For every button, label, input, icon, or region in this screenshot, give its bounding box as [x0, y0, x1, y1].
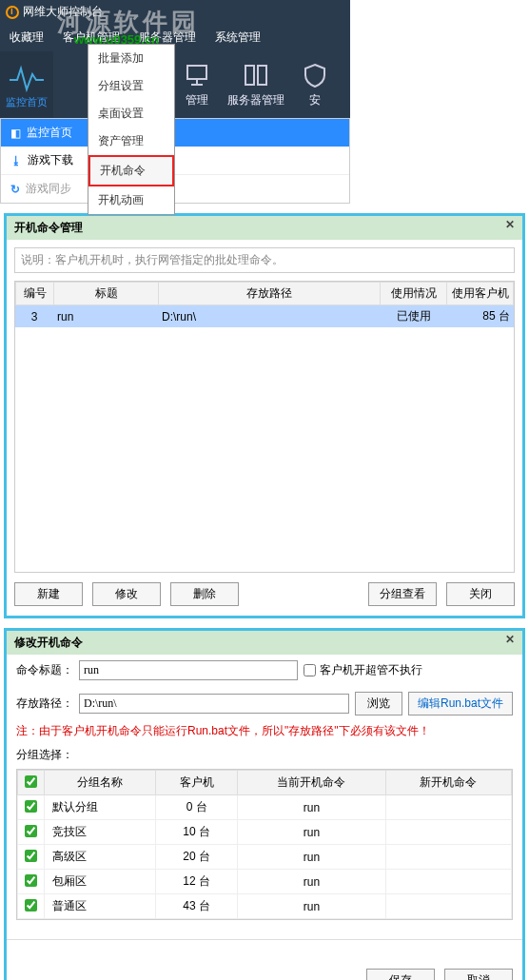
cell-new-cmd — [385, 845, 511, 870]
table-row[interactable]: 普通区43 台run — [18, 894, 512, 919]
table-row[interactable]: 默认分组0 台run — [18, 795, 512, 820]
main-menu: 收藏理 客户机管理 服务器管理 系统管理 — [0, 24, 350, 51]
table-row[interactable]: 3 run D:\run\ 已使用 85 台 — [15, 305, 514, 327]
shield-icon — [302, 62, 328, 88]
dropdown-group-settings[interactable]: 分组设置 — [88, 72, 174, 100]
delete-button[interactable]: 删除 — [170, 582, 239, 606]
title-label: 命令标题： — [16, 662, 73, 678]
download-icon: ⭳ — [10, 154, 22, 167]
app-window: 网维大师控制台 河源软件园 www.u0359.cn 收藏理 客户机管理 服务器… — [0, 0, 350, 118]
col-current-cmd: 当前开机命令 — [238, 771, 385, 795]
table-row[interactable]: 竞技区10 台run — [18, 820, 512, 845]
save-button[interactable]: 保存 — [366, 969, 435, 980]
dialog-footer: 保存 取消 — [7, 939, 522, 980]
warning-note: 注：由于客户机开机命令只能运行Run.bat文件，所以"存放路径"下必须有该文件… — [7, 721, 522, 741]
row-checkbox[interactable] — [25, 874, 37, 887]
cell-title: run — [53, 305, 158, 327]
edit-bat-button[interactable]: 编辑Run.bat文件 — [408, 692, 513, 715]
dropdown-asset-mgmt[interactable]: 资产管理 — [88, 127, 174, 155]
path-label: 存放路径： — [16, 696, 73, 712]
col-path: 存放路径 — [159, 283, 381, 305]
dropdown-boot-animation[interactable]: 开机动画 — [88, 186, 174, 214]
cell-new-cmd — [385, 870, 511, 894]
sidebar-item-label: 游戏下载 — [28, 152, 73, 168]
title-row: 命令标题： 客户机开超管不执行 — [7, 655, 522, 686]
svg-rect-3 — [245, 66, 254, 85]
close-icon[interactable]: ✕ — [501, 218, 519, 235]
menu-system-mgmt[interactable]: 系统管理 — [206, 26, 270, 49]
side-tabs: ◧ 监控首页 ⭳ 游戏下载 ↻ 游戏同步 — [0, 118, 350, 204]
cell-clients: 43 台 — [155, 894, 237, 919]
monitor-home-button[interactable]: 监控首页 — [0, 51, 53, 118]
command-table: 编号 标题 存放路径 使用情况 使用客户机 3 run D:\run\ 已使用 … — [14, 281, 515, 573]
toolbar-security-label: 安 — [309, 92, 321, 108]
sidebar-item-label: 游戏同步 — [26, 181, 71, 197]
row-checkbox[interactable] — [25, 825, 37, 837]
cancel-button[interactable]: 取消 — [444, 969, 513, 980]
edit-button[interactable]: 修改 — [92, 582, 161, 606]
col-usage: 使用情况 — [381, 283, 447, 305]
boot-command-mgmt-dialog: 开机命令管理 ✕ 说明：客户机开机时，执行网管指定的批处理命令。 编号 标题 存… — [4, 213, 525, 618]
title-bar: 网维大师控制台 — [0, 0, 350, 24]
cell-usage: 已使用 — [381, 305, 447, 327]
col-title: 标题 — [54, 283, 159, 305]
col-group-name: 分组名称 — [45, 771, 156, 795]
toolbar-security-button[interactable]: 安 — [285, 51, 344, 118]
cell-current-cmd: run — [238, 894, 385, 919]
dialog-title: 修改开机命令 — [14, 635, 83, 651]
monitor-home-label: 监控首页 — [6, 95, 48, 109]
cell-new-cmd — [385, 894, 511, 919]
path-input[interactable] — [79, 694, 349, 714]
row-checkbox[interactable] — [25, 899, 37, 911]
new-button[interactable]: 新建 — [14, 582, 83, 606]
cell-group-name: 竞技区 — [45, 820, 156, 845]
group-view-button[interactable]: 分组查看 — [368, 582, 437, 606]
select-all-checkbox[interactable] — [25, 775, 37, 788]
cell-group-name: 默认分组 — [45, 795, 156, 820]
cell-current-cmd: run — [238, 845, 385, 870]
sidebar-item-game-download[interactable]: ⭳ 游戏下载 — [1, 147, 349, 174]
table-row[interactable]: 高级区20 台run — [18, 845, 512, 870]
title-input[interactable] — [79, 660, 298, 680]
row-checkbox[interactable] — [25, 800, 37, 813]
menu-favorites[interactable]: 收藏理 — [0, 26, 53, 49]
cell-new-cmd — [385, 820, 511, 845]
dropdown-batch-add[interactable]: 批量添加 — [88, 45, 174, 72]
pulse-icon — [8, 61, 46, 93]
sidebar-item-monitor-home[interactable]: ◧ 监控首页 — [1, 119, 349, 147]
edit-boot-command-dialog: 修改开机命令 ✕ 命令标题： 客户机开超管不执行 存放路径： 浏览 编辑Run.… — [4, 628, 525, 980]
dropdown-desktop-settings[interactable]: 桌面设置 — [88, 100, 174, 127]
toolbar-mgmt-button[interactable]: 管理 — [167, 51, 226, 118]
cell-no: 3 — [15, 305, 53, 327]
table-row[interactable]: 包厢区12 台run — [18, 870, 512, 894]
cell-clients: 10 台 — [155, 820, 237, 845]
superadmin-checkbox-wrap[interactable]: 客户机开超管不执行 — [304, 662, 422, 678]
col-clients: 使用客户机 — [447, 283, 514, 305]
toolbar-server-button[interactable]: 服务器管理 — [226, 51, 285, 118]
superadmin-label: 客户机开超管不执行 — [320, 662, 422, 678]
dropdown-boot-command[interactable]: 开机命令 — [88, 155, 174, 186]
server-icon — [243, 62, 269, 88]
cell-current-cmd: run — [238, 870, 385, 894]
browse-button[interactable]: 浏览 — [355, 692, 402, 715]
cell-clients: 0 台 — [155, 795, 237, 820]
cell-path: D:\run\ — [158, 305, 381, 327]
cell-clients: 12 台 — [155, 870, 237, 894]
superadmin-checkbox[interactable] — [304, 664, 316, 676]
cell-clients: 20 台 — [155, 845, 237, 870]
close-icon[interactable]: ✕ — [501, 633, 519, 650]
row-checkbox[interactable] — [25, 850, 37, 862]
dashboard-icon: ◧ — [10, 127, 21, 140]
close-button[interactable]: 关闭 — [446, 582, 515, 606]
cell-group-name: 高级区 — [45, 845, 156, 870]
col-new-cmd: 新开机命令 — [385, 771, 511, 795]
dialog-button-row: 新建 修改 删除 分组查看 关闭 — [7, 573, 522, 616]
sidebar-item-game-sync[interactable]: ↻ 游戏同步 — [1, 174, 349, 203]
cell-group-name: 包厢区 — [45, 870, 156, 894]
svg-rect-4 — [258, 66, 266, 85]
dialog-title-bar: 开机命令管理 ✕ — [7, 216, 522, 240]
cell-group-name: 普通区 — [45, 894, 156, 919]
sync-icon: ↻ — [10, 183, 20, 196]
group-table: 分组名称 客户机 当前开机命令 新开机命令 默认分组0 台run竞技区10 台r… — [16, 769, 513, 920]
cell-new-cmd — [385, 795, 511, 820]
